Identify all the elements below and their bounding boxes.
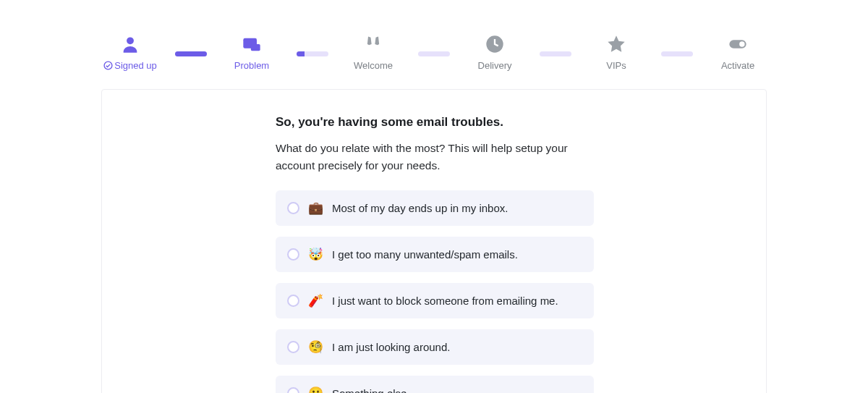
step-signed-up[interactable]: Signed up xyxy=(101,33,159,71)
option-inbox-time[interactable]: 💼 Most of my day ends up in my inbox. xyxy=(276,190,594,226)
connector xyxy=(175,51,207,56)
step-welcome[interactable]: Welcome xyxy=(344,33,402,71)
step-label: Signed up xyxy=(114,60,157,71)
step-label: Welcome xyxy=(354,60,393,71)
cheers-icon xyxy=(362,33,385,56)
check-icon xyxy=(103,61,113,70)
svg-point-1 xyxy=(104,62,112,69)
step-label: Problem xyxy=(234,60,269,71)
clock-icon xyxy=(483,33,506,56)
progress-stepper: Signed up Problem Welcome Delivery VIPs xyxy=(0,0,868,71)
connector xyxy=(661,51,693,56)
content: So, you're having some email troubles. W… xyxy=(276,115,594,393)
step-activate[interactable]: Activate xyxy=(709,33,767,71)
frown-icon: 🙁 xyxy=(308,387,323,393)
connector xyxy=(418,51,450,56)
svg-point-0 xyxy=(127,37,134,44)
option-label: Most of my day ends up in my inbox. xyxy=(332,202,508,214)
page-heading: So, you're having some email troubles. xyxy=(276,115,594,130)
briefcase-icon: 💼 xyxy=(308,202,323,214)
step-delivery[interactable]: Delivery xyxy=(466,33,524,71)
toggle-icon xyxy=(726,33,749,56)
exploding-head-icon: 🤯 xyxy=(308,248,323,261)
option-label: I get too many unwanted/spam emails. xyxy=(332,248,518,261)
step-vips[interactable]: VIPs xyxy=(587,33,645,71)
option-block[interactable]: 🧨 I just want to block someone from emai… xyxy=(276,283,594,318)
step-problem[interactable]: Problem xyxy=(223,33,281,71)
svg-point-6 xyxy=(739,41,744,46)
option-looking[interactable]: 🧐 I am just looking around. xyxy=(276,329,594,365)
page-subtext: What do you relate with the most? This w… xyxy=(276,140,594,174)
options-list: 💼 Most of my day ends up in my inbox. 🤯 … xyxy=(276,190,594,393)
radio-input[interactable] xyxy=(287,248,299,261)
step-label: Activate xyxy=(721,60,754,71)
monocle-icon: 🧐 xyxy=(308,341,323,353)
radio-input[interactable] xyxy=(287,295,299,307)
user-icon xyxy=(119,33,142,56)
envelope-icon xyxy=(240,33,263,56)
svg-rect-3 xyxy=(251,44,260,51)
option-label: I just want to block someone from emaili… xyxy=(332,295,558,307)
radio-input[interactable] xyxy=(287,202,299,214)
radio-input[interactable] xyxy=(287,387,299,393)
connector xyxy=(540,51,571,56)
onboarding-card: So, you're having some email troubles. W… xyxy=(101,89,767,393)
firecracker-icon: 🧨 xyxy=(308,295,323,307)
step-label: VIPs xyxy=(606,60,626,71)
option-label: I am just looking around. xyxy=(332,341,450,353)
step-label: Delivery xyxy=(478,60,512,71)
star-icon xyxy=(605,33,628,56)
connector xyxy=(297,51,328,56)
option-spam[interactable]: 🤯 I get too many unwanted/spam emails. xyxy=(276,237,594,272)
radio-input[interactable] xyxy=(287,341,299,353)
option-label: Something else... xyxy=(332,387,416,393)
option-other[interactable]: 🙁 Something else... xyxy=(276,376,594,393)
